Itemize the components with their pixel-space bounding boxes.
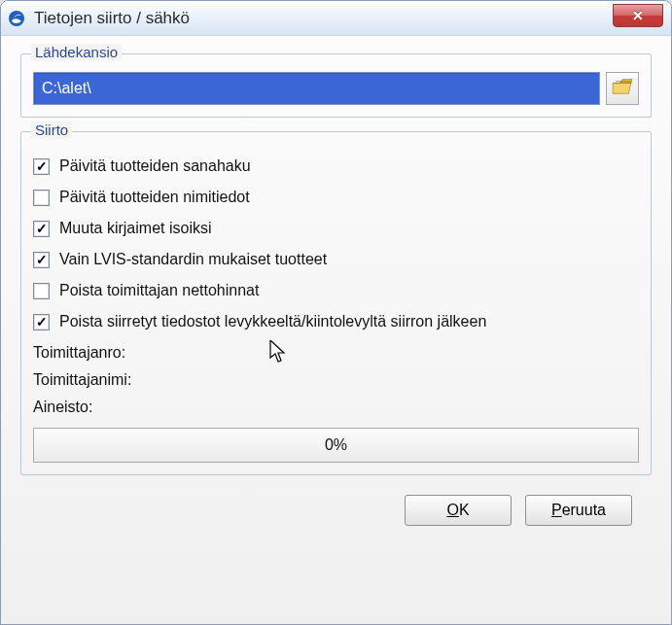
source-path-row (33, 72, 639, 105)
checkbox-label: Vain LVIS-standardin mukaiset tuotteet (59, 251, 327, 268)
folder-icon (612, 79, 633, 99)
material-label: Aineisto: (33, 399, 639, 416)
progress-text: 0% (325, 436, 347, 454)
button-row: OK Peruuta (20, 489, 652, 526)
transfer-legend: Siirto (31, 122, 72, 138)
check-row-0: Päivitä tuotteiden sanahaku (33, 157, 639, 175)
checkbox-remove-net-prices[interactable] (33, 283, 50, 299)
ok-button[interactable]: OK (405, 495, 512, 526)
checkbox-label: Poista siirretyt tiedostot levykkeeltä/k… (59, 313, 486, 330)
supplier-name-label: Toimittajanimi: (33, 371, 639, 389)
checkbox-update-names[interactable] (33, 190, 50, 206)
transfer-group: Siirto Päivitä tuotteiden sanahaku Päivi… (20, 131, 652, 475)
check-row-5: Poista siirretyt tiedostot levykkeeltä/k… (33, 313, 639, 330)
source-folder-group: Lähdekansio (20, 53, 652, 118)
browse-button[interactable] (606, 72, 639, 105)
window-title: Tietojen siirto / sähkö (34, 9, 190, 28)
app-icon (7, 9, 26, 28)
close-icon: ✕ (632, 8, 644, 23)
check-row-2: Muuta kirjaimet isoiksi (33, 220, 639, 237)
check-row-3: Vain LVIS-standardin mukaiset tuotteet (33, 251, 639, 268)
dialog-window: Tietojen siirto / sähkö ✕ Lähdekansio (0, 0, 672, 625)
checkbox-label: Muuta kirjaimet isoiksi (59, 220, 211, 237)
close-button[interactable]: ✕ (613, 4, 663, 27)
ok-button-label: OK (446, 502, 469, 519)
supplier-number-label: Toimittajanro: (33, 344, 639, 362)
progress-bar: 0% (33, 428, 639, 463)
checkbox-uppercase[interactable] (33, 221, 50, 237)
check-row-4: Poista toimittajan nettohinnat (33, 282, 639, 299)
checkbox-lvis-only[interactable] (33, 252, 50, 268)
checkbox-label: Poista toimittajan nettohinnat (59, 282, 259, 299)
checkbox-label: Päivitä tuotteiden nimitiedot (59, 189, 250, 206)
client-area: Lähdekansio Siirto Päivi (1, 36, 671, 538)
title-bar: Tietojen siirto / sähkö ✕ (1, 1, 671, 36)
svg-point-0 (9, 11, 24, 26)
check-row-1: Päivitä tuotteiden nimitiedot (33, 189, 639, 206)
checkbox-delete-after-transfer[interactable] (33, 314, 50, 330)
cancel-button-label: Peruuta (551, 502, 606, 519)
source-path-input[interactable] (33, 72, 600, 105)
cancel-button[interactable]: Peruuta (525, 495, 632, 526)
checkbox-update-word-search[interactable] (33, 158, 50, 175)
source-folder-legend: Lähdekansio (31, 44, 122, 60)
checkbox-label: Päivitä tuotteiden sanahaku (59, 157, 251, 175)
